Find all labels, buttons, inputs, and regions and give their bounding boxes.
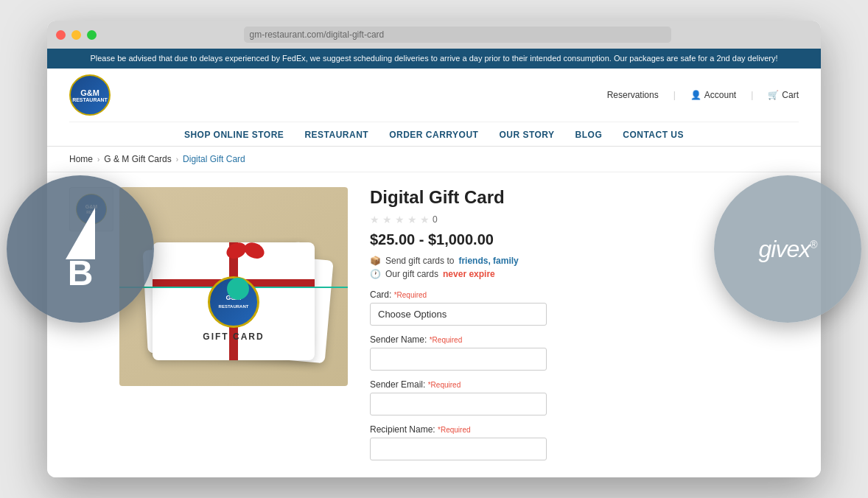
account-icon: 👤: [690, 90, 701, 100]
address-bar[interactable]: gm-restaurant.com/digital-gift-card: [244, 27, 671, 43]
card-required: *Required: [394, 291, 427, 299]
close-button[interactable]: [56, 30, 66, 40]
address-text: gm-restaurant.com/digital-gift-card: [250, 29, 385, 40]
star-5: ★: [420, 214, 430, 225]
nav-our-story[interactable]: OUR STORY: [499, 130, 554, 140]
bow-knot: [225, 244, 266, 259]
breadcrumb-parent[interactable]: G & M Gift Cards: [104, 154, 171, 164]
recipient-name-input[interactable]: [370, 438, 547, 460]
divider-1: |: [673, 90, 676, 100]
bigcommerce-logo: B: [66, 208, 95, 291]
cart-label: Cart: [782, 90, 799, 100]
maximize-button[interactable]: [87, 30, 97, 40]
sender-email-label-text: Sender Email:: [370, 379, 425, 390]
header-top: G&M RESTAURANT Reservations | 👤 Account: [69, 69, 799, 122]
givex-text: givex: [758, 236, 810, 262]
reservations-link[interactable]: Reservations: [607, 90, 659, 100]
browser-window: gm-restaurant.com/digital-gift-card Plea…: [47, 21, 821, 477]
givex-badge: givex®: [714, 175, 861, 323]
card-select[interactable]: Choose Options: [370, 303, 547, 326]
cart-link[interactable]: 🛒 Cart: [768, 90, 799, 100]
breadcrumb-current: Digital Gift Card: [183, 154, 245, 164]
bc-letter: B: [68, 256, 94, 291]
nav-restaurant[interactable]: RESTAURANT: [304, 130, 368, 140]
recipient-name-group: Recipient Name: *Required: [370, 424, 799, 460]
main-product-image: G&MRESTAURANT GIFT CARD: [119, 187, 348, 386]
sender-name-label-text: Sender Name:: [370, 334, 427, 345]
no-expire-label: Our gift cards: [385, 269, 438, 279]
gift-card-label: GIFT CARD: [203, 332, 264, 342]
no-expire-highlight: never expire: [443, 269, 495, 279]
account-label: Account: [704, 90, 736, 100]
page-content: G&MREST: [47, 172, 821, 477]
alert-banner: Please be advised that due to delays exp…: [47, 49, 821, 69]
teal-dot: [227, 278, 249, 300]
browser-chrome: gm-restaurant.com/digital-gift-card: [47, 21, 821, 49]
breadcrumb: Home › G & M Gift Cards › Digital Gift C…: [47, 147, 821, 172]
logo-circle: G&M RESTAURANT: [69, 74, 111, 116]
header-top-nav: Reservations | 👤 Account | 🛒 Cart: [607, 90, 799, 100]
logo-text: G&M RESTAURANT: [72, 88, 108, 103]
sender-name-group: Sender Name: *Required: [370, 334, 799, 371]
main-navigation: SHOP ONLINE STORE RESTAURANT ORDER CARRY…: [69, 122, 799, 146]
star-4: ★: [407, 214, 417, 225]
sender-name-input[interactable]: [370, 348, 547, 371]
clock-icon: 🕐: [370, 269, 381, 279]
gift-card-front: G&MRESTAURANT GIFT CARD: [153, 242, 315, 360]
bc-triangle-icon: [66, 208, 95, 259]
sender-name-label: Sender Name: *Required: [370, 334, 799, 345]
sep-1: ›: [97, 155, 99, 164]
card-label-text: Card:: [370, 290, 391, 300]
recipient-name-label-text: Recipient Name:: [370, 424, 435, 435]
givex-symbol: ®: [810, 239, 816, 250]
star-2: ★: [382, 214, 392, 225]
nav-order-carryout[interactable]: ORDER CARRYOUT: [389, 130, 478, 140]
nav-shop-online[interactable]: SHOP ONLINE STORE: [184, 130, 284, 140]
sep-2: ›: [176, 155, 178, 164]
cart-icon: 🛒: [768, 90, 779, 100]
breadcrumb-home[interactable]: Home: [69, 154, 93, 164]
site-header: G&M RESTAURANT Reservations | 👤 Account: [47, 69, 821, 147]
logo[interactable]: G&M RESTAURANT: [69, 74, 111, 116]
sender-email-group: Sender Email: *Required: [370, 379, 799, 415]
rating-count: 0: [433, 214, 438, 225]
send-icon: 📦: [370, 256, 381, 266]
sender-email-label: Sender Email: *Required: [370, 379, 799, 390]
alert-text: Please be advised that due to delays exp…: [90, 54, 777, 63]
star-1: ★: [370, 214, 379, 225]
minimize-button[interactable]: [71, 30, 81, 40]
account-link[interactable]: 👤 Account: [690, 90, 736, 100]
givex-logo: givex®: [758, 236, 816, 263]
star-3: ★: [395, 214, 405, 225]
send-label: Send gift cards to: [385, 256, 454, 266]
sender-email-input[interactable]: [370, 393, 547, 415]
divider-2: |: [751, 90, 753, 100]
recipient-name-required: *Required: [438, 426, 470, 434]
sender-name-required: *Required: [430, 336, 462, 344]
recipient-name-label: Recipient Name: *Required: [370, 424, 799, 435]
website-content: Please be advised that due to delays exp…: [47, 49, 821, 477]
bigcommerce-badge: B: [7, 175, 154, 323]
send-highlight: friends, family: [458, 256, 518, 266]
sender-email-required: *Required: [428, 381, 461, 389]
nav-contact-us[interactable]: CONTACT US: [623, 130, 684, 140]
nav-blog[interactable]: BLOG: [575, 130, 603, 140]
